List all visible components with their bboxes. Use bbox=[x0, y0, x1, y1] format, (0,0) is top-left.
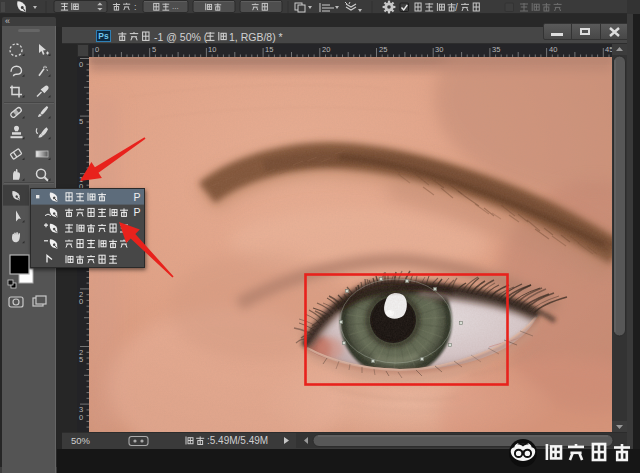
svg-text:40: 40 bbox=[549, 45, 557, 54]
svg-text:10: 10 bbox=[208, 45, 216, 54]
svg-text:45: 45 bbox=[605, 45, 612, 54]
svg-text:20: 20 bbox=[322, 45, 330, 54]
svg-text::: : bbox=[134, 2, 137, 12]
svg-text:5: 5 bbox=[79, 117, 83, 126]
svg-text:0: 0 bbox=[79, 297, 83, 306]
svg-text:-1 @ 50% (: -1 @ 50% ( bbox=[154, 31, 208, 43]
svg-text:30: 30 bbox=[435, 45, 443, 54]
svg-text:0: 0 bbox=[79, 413, 83, 422]
svg-text:25: 25 bbox=[379, 45, 387, 54]
svg-text:0: 0 bbox=[95, 45, 99, 54]
svg-text:5: 5 bbox=[152, 45, 156, 54]
svg-text:35: 35 bbox=[492, 45, 500, 54]
svg-text::5.49M/5.49M: :5.49M/5.49M bbox=[207, 435, 268, 446]
svg-text:P: P bbox=[134, 206, 141, 218]
svg-text:15: 15 bbox=[265, 45, 273, 54]
svg-text:...: ... bbox=[172, 2, 179, 11]
svg-text:0: 0 bbox=[79, 60, 83, 69]
svg-text:P: P bbox=[134, 191, 141, 203]
svg-text:5: 5 bbox=[79, 355, 83, 364]
svg-text:1, RGB/8) *: 1, RGB/8) * bbox=[229, 31, 283, 43]
svg-text:/: / bbox=[455, 2, 458, 13]
svg-text:50%: 50% bbox=[71, 435, 91, 446]
